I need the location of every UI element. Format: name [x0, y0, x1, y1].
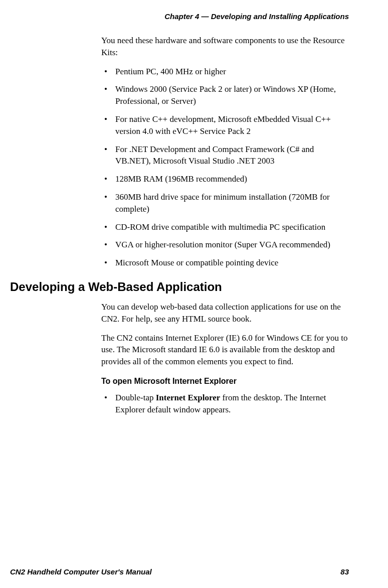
list-item: Pentium PC, 400 MHz or higher	[101, 66, 349, 78]
sub-heading: To open Microsoft Internet Explorer	[101, 377, 349, 386]
intro-paragraph: You need these hardware and software com…	[101, 35, 349, 59]
page-footer: CN2 Handheld Computer User's Manual 83	[10, 567, 349, 576]
section-heading: Developing a Web-Based Application	[10, 280, 349, 294]
requirements-list: Pentium PC, 400 MHz or higher Windows 20…	[101, 66, 349, 269]
page-number: 83	[340, 567, 349, 576]
section-para2: The CN2 contains Internet Explorer (IE) …	[101, 332, 349, 368]
list-item: Windows 2000 (Service Pack 2 or later) o…	[101, 83, 349, 107]
step-item: Double-tap Internet Explorer from the de…	[101, 392, 349, 416]
steps-list: Double-tap Internet Explorer from the de…	[101, 392, 349, 416]
list-item: CD-ROM drive compatible with multimedia …	[101, 221, 349, 233]
section-para1: You can develop web-based data collectio…	[101, 301, 349, 325]
chapter-title: Chapter 4 — Developing and Installing Ap…	[164, 12, 349, 21]
list-item: 360MB hard drive space for minimum insta…	[101, 191, 349, 215]
step-text-prefix: Double-tap	[115, 393, 156, 402]
list-item: Microsoft Mouse or compatible pointing d…	[101, 257, 349, 269]
list-item: VGA or higher-resolution monitor (Super …	[101, 239, 349, 251]
manual-title: CN2 Handheld Computer User's Manual	[10, 567, 152, 576]
list-item: For native C++ development, Microsoft eM…	[101, 113, 349, 137]
page-header: Chapter 4 — Developing and Installing Ap…	[10, 12, 349, 21]
section-content: You can develop web-based data collectio…	[101, 301, 349, 416]
step-text-bold: Internet Explorer	[156, 393, 221, 402]
content-area: You need these hardware and software com…	[101, 35, 349, 269]
list-item: For .NET Development and Compact Framewo…	[101, 143, 349, 168]
list-item: 128MB RAM (196MB recommended)	[101, 173, 349, 185]
